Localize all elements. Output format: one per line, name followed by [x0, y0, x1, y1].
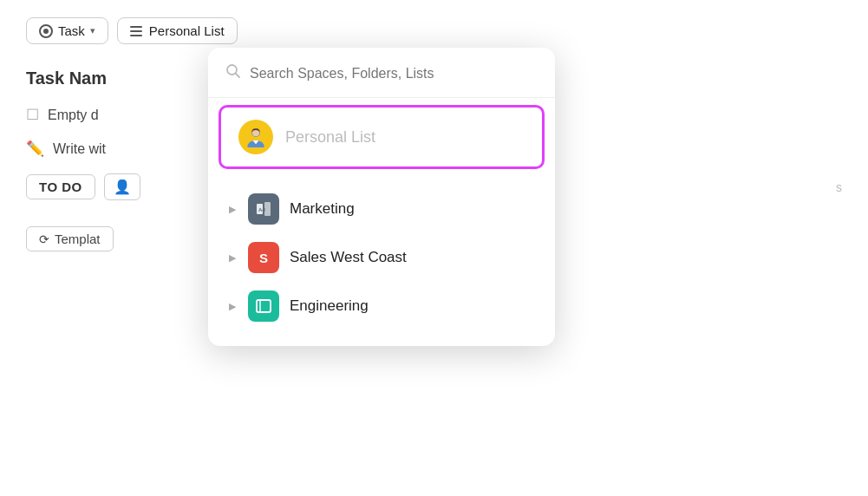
toolbar: Task ▾ Personal List [26, 17, 842, 44]
doc-icon: ☐ [26, 106, 39, 124]
svg-text:Ad: Ad [258, 207, 265, 212]
task-row-1-text: Empty d [48, 108, 99, 123]
task-button[interactable]: Task ▾ [26, 17, 108, 44]
assignee-icon: 👤 [114, 179, 131, 195]
chevron-right-icon-3: ▶ [229, 301, 236, 312]
marketing-icon: Ad [248, 193, 279, 225]
search-input[interactable] [250, 66, 538, 82]
list-item-marketing[interactable]: ▶ Ad Marketing [208, 185, 555, 233]
template-button[interactable]: ⟳ Templat [26, 226, 114, 251]
svg-rect-8 [257, 300, 271, 312]
engineering-label: Engineering [290, 297, 369, 315]
svg-line-1 [236, 74, 239, 77]
chevron-right-icon-2: ▶ [229, 252, 236, 264]
sales-icon: S [248, 242, 279, 273]
template-icon: ⟳ [39, 232, 49, 246]
chevron-down-icon: ▾ [90, 25, 95, 36]
todo-badge[interactable]: TO DO [26, 174, 95, 199]
dropdown-panel: Personal List ▶ Ad Marketing ▶ S Sales W… [208, 48, 555, 346]
engineering-icon [248, 290, 279, 322]
personal-list-item[interactable]: Personal List [219, 105, 545, 169]
personal-list-dropdown-label: Personal List [285, 128, 375, 147]
task-radio-icon [39, 24, 53, 38]
svg-point-0 [227, 65, 237, 75]
search-icon [225, 63, 241, 83]
list-icon [130, 26, 142, 36]
list-item-engineering[interactable]: ▶ Engineering [208, 282, 555, 330]
svg-rect-6 [264, 202, 271, 216]
chevron-right-icon: ▶ [229, 204, 236, 215]
search-row [208, 63, 555, 98]
list-item-sales[interactable]: ▶ S Sales West Coast [208, 233, 555, 282]
pencil-icon: ✏️ [26, 140, 44, 158]
avatar [238, 120, 273, 154]
template-label: Templat [55, 232, 101, 246]
marketing-label: Marketing [290, 200, 355, 218]
task-row-2-text: Write wit [53, 141, 106, 157]
sales-label: Sales West Coast [290, 249, 407, 266]
assignee-badge[interactable]: 👤 [104, 173, 140, 200]
radio-dot [43, 29, 49, 34]
spaces-list: ▶ Ad Marketing ▶ S Sales West Coast ▶ [208, 176, 555, 330]
personal-list-toolbar-label: Personal List [149, 23, 225, 38]
status-s: s [836, 180, 842, 194]
task-label: Task [58, 23, 85, 38]
personal-list-button[interactable]: Personal List [117, 17, 238, 44]
